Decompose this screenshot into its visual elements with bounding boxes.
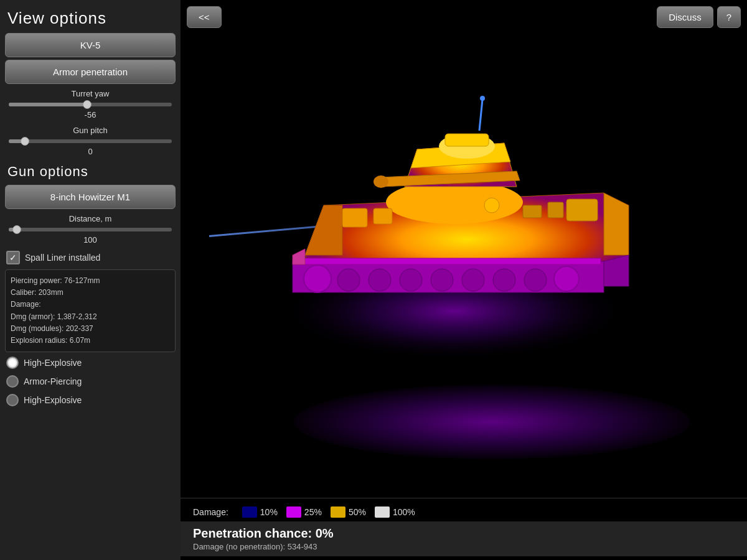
bottom-bar: Damage: 10% 25% 50% 100%	[181, 498, 747, 560]
svg-rect-20	[566, 199, 598, 221]
info-line-6: Explosion radius: 6.07m	[11, 335, 170, 347]
svg-point-6	[462, 269, 484, 291]
ammo-info-box: Piercing power: 76-127mm Caliber: 203mm …	[5, 269, 176, 352]
left-panel: View options KV-5 Armor penetration Turr…	[0, 0, 181, 560]
legend-label-2: 50%	[349, 507, 366, 517]
ammo-type-0-radio[interactable]	[6, 357, 19, 369]
gun-select-button[interactable]: 8-inch Howitzer M1	[5, 185, 176, 209]
turret-yaw-value: -56	[5, 110, 176, 119]
penetration-chance: Penetration chance: 0%	[193, 526, 735, 541]
turret-yaw-fill	[9, 103, 87, 106]
spall-liner-checkbox[interactable]: ✓	[6, 251, 20, 264]
armor-penetration-button[interactable]: Armor penetration	[5, 60, 176, 84]
legend-swatch-0	[242, 506, 257, 518]
legend-item-1: 25%	[286, 506, 322, 518]
tank-view[interactable]	[181, 0, 747, 560]
ammo-type-1-radio[interactable]	[6, 375, 19, 388]
svg-point-1	[304, 265, 331, 292]
legend-label-3: 100%	[393, 507, 415, 517]
svg-point-2	[337, 269, 360, 291]
svg-rect-19	[548, 202, 563, 218]
svg-rect-12	[445, 134, 489, 146]
spall-liner-row[interactable]: ✓ Spall Liner installed	[5, 248, 176, 267]
spall-liner-label: Spall Liner installed	[25, 253, 100, 263]
ammo-type-2-label: High-Explosive	[24, 395, 82, 405]
svg-point-4	[400, 269, 422, 291]
svg-point-22	[505, 197, 515, 207]
gun-pitch-thumb[interactable]	[21, 137, 29, 146]
tank-select-button[interactable]: KV-5	[5, 33, 176, 57]
ammo-type-2-row[interactable]: High-Explosive	[5, 392, 176, 408]
legend-swatch-2	[331, 506, 345, 518]
svg-rect-17	[374, 208, 392, 224]
ammo-type-0-row[interactable]: High-Explosive	[5, 355, 176, 371]
turret-yaw-label: Turret yaw	[5, 89, 176, 98]
svg-point-14	[480, 96, 485, 101]
right-panel: << Discuss ?	[181, 0, 747, 560]
legend-swatch-3	[375, 506, 390, 518]
ammo-type-0-label: High-Explosive	[24, 358, 82, 368]
top-bar: << Discuss ?	[181, 6, 747, 28]
info-line-3: Damage:	[11, 299, 170, 310]
distance-track[interactable]	[9, 228, 172, 231]
svg-point-8	[524, 269, 547, 291]
svg-point-21	[484, 198, 499, 213]
info-line-5: Dmg (modules): 202-337	[11, 323, 170, 335]
turret-yaw-track[interactable]	[9, 103, 172, 106]
gun-pitch-label: Gun pitch	[5, 126, 176, 135]
damage-legend: Damage: 10% 25% 50% 100%	[181, 503, 747, 521]
ammo-type-1-row[interactable]: Armor-Piercing	[5, 373, 176, 390]
ground-glow	[294, 385, 690, 459]
svg-point-15	[374, 175, 388, 188]
top-right-buttons: Discuss ?	[657, 6, 741, 28]
turret-yaw-thumb[interactable]	[83, 100, 92, 109]
gun-options-title: Gun options	[5, 160, 176, 182]
legend-item-0: 10%	[242, 506, 278, 518]
discuss-button[interactable]: Discuss	[657, 6, 713, 28]
ammo-type-2-radio[interactable]	[6, 394, 19, 406]
penetration-bar: Penetration chance: 0% Damage (no penetr…	[181, 521, 747, 556]
svg-point-9	[554, 266, 579, 291]
legend-swatch-1	[286, 506, 301, 518]
gun-pitch-value: 0	[5, 147, 176, 156]
info-line-1: Piercing power: 76-127mm	[11, 275, 170, 287]
svg-rect-18	[523, 205, 542, 218]
damage-label: Damage:	[193, 507, 228, 517]
svg-point-7	[493, 269, 515, 291]
info-line-2: Caliber: 203mm	[11, 287, 170, 299]
legend-item-3: 100%	[375, 506, 415, 518]
gun-pitch-track[interactable]	[9, 139, 172, 143]
tank-svg	[243, 19, 679, 367]
view-options-title: View options	[5, 5, 176, 30]
svg-point-5	[431, 269, 453, 291]
help-button[interactable]: ?	[717, 6, 741, 28]
distance-thumb[interactable]	[12, 225, 21, 234]
svg-line-13	[479, 100, 482, 131]
distance-label: Distance, m	[5, 214, 176, 223]
svg-rect-16	[342, 208, 367, 227]
distance-value: 100	[5, 235, 176, 245]
legend-label-1: 25%	[304, 507, 322, 517]
legend-label-0: 10%	[260, 507, 278, 517]
legend-item-2: 50%	[331, 506, 366, 518]
ammo-type-1-label: Armor-Piercing	[24, 376, 82, 386]
damage-no-pen: Damage (no penetration): 534-943	[193, 542, 735, 551]
svg-point-3	[369, 269, 391, 291]
back-button[interactable]: <<	[187, 6, 222, 28]
info-line-4: Dmg (armor): 1,387-2,312	[11, 311, 170, 323]
